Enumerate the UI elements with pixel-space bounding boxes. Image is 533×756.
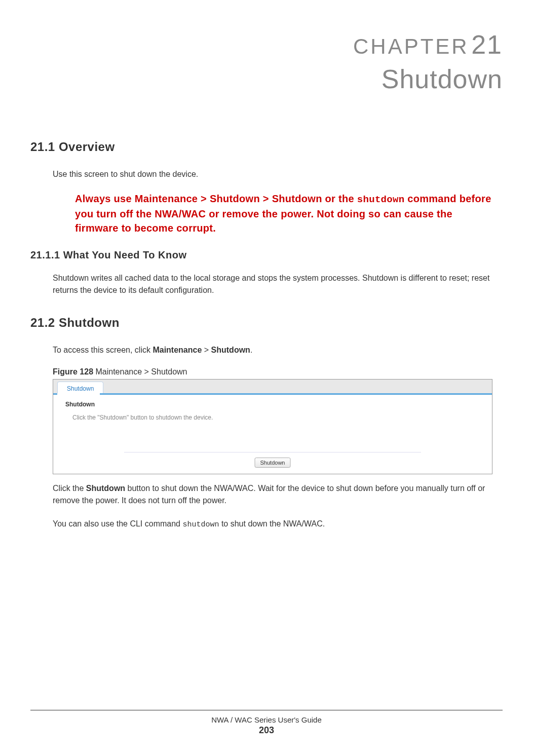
access-post: . — [250, 346, 252, 354]
chapter-label-prefix: C — [353, 34, 370, 58]
access-mid: > — [202, 346, 211, 354]
cli-code: shutdown — [182, 520, 219, 529]
panel-divider — [124, 452, 421, 452]
tab-underline-gap — [57, 393, 100, 395]
shutdown-button[interactable]: Shutdown — [255, 458, 291, 468]
warning-pre: Always use Maintenance > Shutdown > Shut… — [75, 193, 357, 204]
warning-callout: Always use Maintenance > Shutdown > Shut… — [75, 192, 492, 235]
chapter-title: Shutdown — [30, 64, 503, 94]
tab-underline — [53, 393, 492, 395]
chapter-number: 21 — [471, 30, 503, 59]
screenshot-maintenance-shutdown: Shutdown Shutdown Click the "Shutdown" b… — [53, 379, 492, 474]
figure-label: Figure 128 — [53, 367, 93, 376]
figure-caption-text: Maintenance > Shutdown — [93, 367, 187, 376]
panel-title: Shutdown — [53, 395, 492, 412]
after-fig-bold: Shutdown — [86, 484, 125, 493]
panel-instruction: Click the "Shutdown" button to shutdown … — [53, 412, 492, 421]
access-bold-shutdown: Shutdown — [211, 346, 250, 354]
cli-text: You can also use the CLI command shutdow… — [53, 518, 503, 531]
page-footer: NWA / WAC Series User's Guide 203 — [30, 710, 503, 736]
chapter-label-line: CHAPTER 21 — [30, 29, 503, 60]
cli-post: to shut down the NWA/WAC. — [219, 519, 325, 528]
cli-pre: You can also use the CLI command — [53, 519, 182, 528]
subsection-body: Shutdown writes all cached data to the l… — [53, 272, 503, 296]
tab-bar: Shutdown — [53, 380, 492, 395]
section-overview: 21.1 Overview Use this screen to shut do… — [30, 140, 503, 296]
overview-intro: Use this screen to shut down the device. — [53, 168, 503, 180]
chapter-header: CHAPTER 21 Shutdown — [30, 29, 503, 94]
figure-caption: Figure 128 Maintenance > Shutdown — [53, 367, 503, 376]
footer-page-number: 203 — [30, 725, 503, 736]
access-pre: To access this screen, click — [53, 346, 153, 354]
after-fig-pre: Click the — [53, 484, 86, 493]
footer-guide-title: NWA / WAC Series User's Guide — [30, 715, 503, 724]
subsection-heading-know: 21.1.1 What You Need To Know — [30, 249, 503, 261]
section-shutdown: 21.2 Shutdown To access this screen, cli… — [30, 316, 503, 531]
section-heading-overview: 21.1 Overview — [30, 140, 503, 154]
access-text: To access this screen, click Maintenance… — [53, 344, 503, 356]
section-heading-shutdown: 21.2 Shutdown — [30, 316, 503, 330]
chapter-label-rest: HAPTER — [370, 34, 469, 58]
warning-code: shutdown — [357, 194, 405, 205]
access-bold-maintenance: Maintenance — [153, 346, 202, 354]
after-figure-text: Click the Shutdown button to shut down t… — [53, 482, 503, 507]
